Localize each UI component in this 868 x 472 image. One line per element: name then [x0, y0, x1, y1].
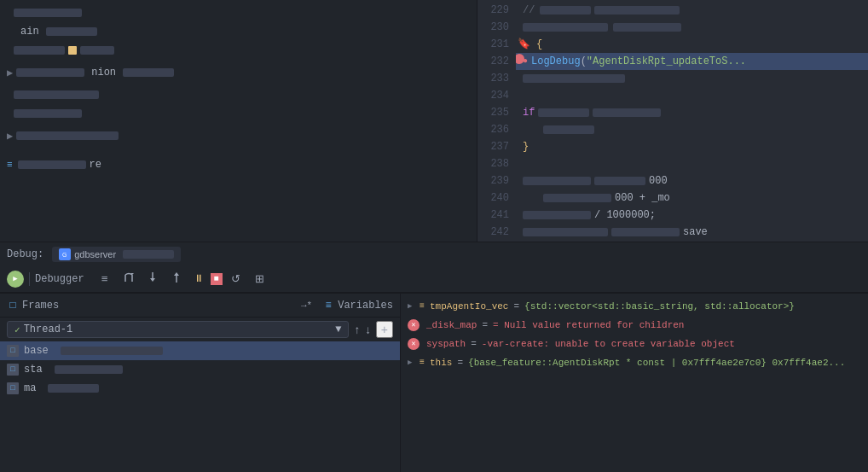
var-value-0: {std::vector<std::basic_string, std::all… [524, 300, 795, 313]
step-over-button[interactable] [119, 269, 139, 289]
tree-item-2[interactable]: ain [0, 22, 477, 41]
restart-icon: ↺ [231, 272, 240, 285]
tree-item-7[interactable]: ▶ [0, 123, 477, 149]
hamburger-button[interactable]: ≡ [95, 269, 115, 289]
code-line-242: save [516, 224, 868, 241]
var-item-0[interactable]: ▶ ≡ tmpAgentIo_vec = {std::vector<std::b… [401, 297, 868, 316]
code-line-234 [516, 87, 868, 104]
stop-button[interactable]: ■ [211, 273, 223, 285]
code-line-238 [516, 155, 868, 172]
play-icon: ▶ [13, 274, 17, 283]
frames-header: □ Frames →* ≡ Variables [0, 294, 400, 318]
frames-panel: □ Frames →* ≡ Variables ✓ Thread-1 ▼ ↑ ↓… [0, 294, 401, 472]
code-line-241: / 1000000; [516, 207, 868, 224]
bottom-panel: □ Frames →* ≡ Variables ✓ Thread-1 ▼ ↑ ↓… [0, 293, 868, 472]
server-label: gdbserver [74, 249, 116, 259]
toolbar: ▶ Debugger ≡ ⏸ ■ ↺ ⊞ [0, 265, 868, 293]
code-line-229: // [516, 2, 868, 19]
var-error-1: = Null value returned for children [493, 318, 684, 332]
line-numbers: 229 230 231 232 233 234 235 236 237 238 … [477, 0, 516, 242]
tree-item-1[interactable] [0, 3, 477, 22]
vars-title: Variables [338, 300, 393, 312]
step-into-icon [147, 271, 159, 286]
code-line-230 [516, 19, 868, 36]
hamburger-icon: ≡ [101, 272, 108, 285]
frame-item-2[interactable]: □ ma [0, 379, 400, 398]
var-item-2[interactable]: ✕ syspath = -var-create: unable to creat… [401, 335, 868, 353]
code-editor: 229 230 231 232 233 234 235 236 237 238 … [477, 0, 868, 242]
var-eq-0: = [513, 300, 519, 313]
var-expand-arrow-3: ▶ [408, 356, 416, 370]
var-eq-1: = [482, 318, 488, 332]
tree-area: ain ▶ nion ▶ [0, 0, 477, 242]
frame-icon-1: □ [7, 364, 19, 376]
tree-item-3[interactable] [0, 41, 477, 60]
frame-name-2: ma [24, 382, 36, 394]
debug-label: Debug: [7, 248, 43, 260]
var-type-icon-3: ≡ [420, 356, 425, 370]
variables-panel: ▶ ≡ tmpAgentIo_vec = {std::vector<std::b… [401, 294, 868, 472]
frames-title: Frames [22, 300, 59, 312]
code-line-237: } [516, 138, 868, 155]
var-name-2: syspath [426, 337, 466, 351]
thread-nav-buttons: ↑ ↓ [352, 322, 372, 338]
var-item-1[interactable]: ✕ _disk_map = = Null value returned for … [401, 316, 868, 335]
code-line-232: ● LogDebug ( "AgentDiskRpt_updateToS... [516, 53, 868, 70]
server-icon: G [59, 248, 71, 260]
grid-icon: ⊞ [255, 272, 264, 285]
var-expand-arrow-0: ▶ [408, 300, 416, 313]
pause-icon: ⏸ [194, 272, 204, 285]
error-icon-1: ✕ [408, 319, 420, 331]
thread-down-button[interactable]: ↓ [363, 322, 373, 338]
tree-item-4[interactable]: ▶ nion [0, 60, 477, 85]
tree-item-6[interactable] [0, 104, 477, 123]
var-name-0: tmpAgentIo_vec [430, 300, 508, 313]
code-line-240: 000 + _mo [516, 189, 868, 207]
code-line-239: 000 [516, 172, 868, 189]
thread-dropdown[interactable]: ✓ Thread-1 ▼ [7, 321, 349, 338]
debugger-label: Debugger [35, 273, 84, 285]
tree-item-5[interactable] [0, 85, 477, 104]
stop-icon: ■ [214, 274, 219, 283]
frame-name-1: sta [24, 364, 43, 376]
var-value-3: {base_feature::AgentDiskRpt * const | 0x… [468, 356, 845, 370]
code-line-236 [516, 121, 868, 138]
var-error-2: -var-create: unable to create variable o… [482, 337, 735, 351]
thread-selector: ✓ Thread-1 ▼ ↑ ↓ + [0, 318, 400, 341]
restart-button[interactable]: ↺ [226, 269, 246, 289]
add-watch-button[interactable]: + [376, 321, 393, 338]
debug-bar: Debug: G gdbserver [0, 242, 868, 265]
grid-button[interactable]: ⊞ [250, 269, 270, 289]
frame-icon-0: □ [7, 345, 19, 357]
separator-1 [29, 272, 30, 286]
code-line-231: 🔖 { [516, 36, 868, 53]
vars-icon: ≡ [322, 300, 334, 312]
frame-item-1[interactable]: □ sta [0, 360, 400, 379]
step-out-button[interactable] [166, 269, 187, 289]
code-line-233 [516, 70, 868, 87]
main-area: ain ▶ nion ▶ [0, 0, 868, 242]
frames-icon: □ [7, 300, 19, 312]
svg-text:G: G [62, 252, 67, 258]
svg-marker-6 [150, 278, 155, 282]
thread-up-button[interactable]: ↑ [352, 322, 362, 338]
step-out-icon [171, 271, 182, 286]
tree-item-8[interactable]: ≡ re [0, 155, 477, 174]
dropdown-arrow-icon: ▼ [335, 323, 341, 335]
var-name-3: this [430, 356, 452, 370]
var-name-1: _disk_map [426, 318, 477, 332]
debug-server-button[interactable]: G gdbserver [52, 247, 181, 262]
error-icon-2: ✕ [408, 338, 420, 350]
code-lines: // 🔖 { ● [516, 0, 868, 242]
frame-item-0[interactable]: □ base [0, 341, 400, 360]
var-item-3[interactable]: ▶ ≡ this = {base_feature::AgentDiskRpt *… [401, 353, 868, 372]
frame-list: □ base □ sta □ ma [0, 341, 400, 472]
left-panel: ain ▶ nion ▶ [0, 0, 477, 242]
frame-name-0: base [24, 345, 49, 357]
pause-button[interactable]: ⏸ [190, 271, 207, 288]
code-line-235: if [516, 104, 868, 121]
code-area: 229 230 231 232 233 234 235 236 237 238 … [477, 0, 868, 242]
step-into-button[interactable] [142, 269, 163, 289]
frame-icon-2: □ [7, 382, 19, 394]
play-button[interactable]: ▶ [7, 271, 24, 288]
